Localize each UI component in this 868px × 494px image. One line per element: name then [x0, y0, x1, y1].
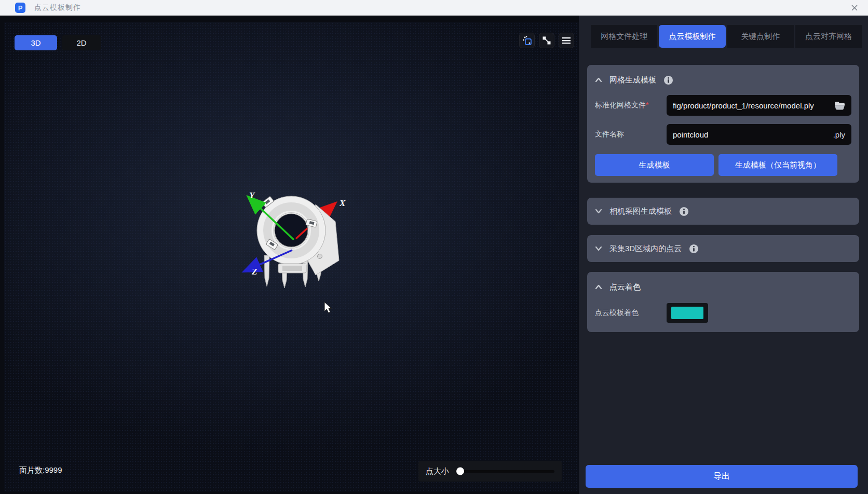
file-name-label: 文件名称	[595, 130, 667, 139]
chevron-down-icon	[595, 209, 602, 214]
coloring-section: 点云着色 点云模板着色	[587, 272, 859, 332]
window-title: 点云模板制作	[34, 3, 81, 12]
normalized-mesh-file-input[interactable]: fig/product/product_1/resource/model.ply	[667, 95, 851, 116]
app-body: 3D 2D	[0, 16, 868, 494]
x-axis-label: X	[339, 198, 346, 208]
coloring-header[interactable]: 点云着色	[595, 278, 851, 296]
y-axis-label: Y	[249, 190, 255, 200]
template-color-label: 点云模板着色	[595, 308, 667, 318]
required-mark: *	[646, 101, 648, 109]
mode-3d-button[interactable]: 3D	[15, 35, 57, 50]
menu-button[interactable]	[559, 33, 574, 48]
section-title: 采集3D区域内的点云	[609, 244, 682, 254]
tab-pointcloud-align-mesh[interactable]: 点云对齐网格	[795, 25, 862, 48]
export-button[interactable]: 导出	[586, 465, 858, 488]
info-icon[interactable]	[689, 244, 699, 254]
z-axis-label: Z	[251, 267, 257, 277]
tab-pointcloud-template[interactable]: 点云模板制作	[659, 25, 725, 48]
folder-icon	[834, 101, 845, 110]
generate-template-current-view-button[interactable]: 生成模板（仅当前视角）	[718, 154, 837, 176]
tab-keypoint-creation[interactable]: 关键点制作	[727, 25, 794, 48]
point-size-slider-thumb[interactable]	[456, 468, 464, 475]
section-title: 相机采图生成模板	[609, 207, 672, 216]
mode-2d-button[interactable]: 2D	[62, 35, 101, 50]
viewport-3d-canvas[interactable]: 3D 2D	[4, 22, 579, 492]
tab-mesh-file-processing[interactable]: 网格文件处理	[591, 25, 657, 48]
template-color-swatch	[671, 307, 703, 319]
scene-render: Y X Z	[4, 22, 579, 492]
file-extension-suffix: .ply	[833, 130, 845, 139]
mesh-generate-header[interactable]: 网格生成模板	[595, 71, 851, 89]
chevron-up-icon	[595, 77, 602, 83]
viewport-toolbar	[519, 33, 574, 48]
mesh-generate-section: 网格生成模板 标准化网格文件* fig/product/product_1/r	[587, 65, 859, 183]
title-bar: P 点云模板制作	[0, 0, 868, 16]
view-mode-toggle: 3D 2D	[15, 35, 101, 50]
info-icon[interactable]	[663, 75, 673, 85]
close-icon	[851, 4, 858, 11]
chevron-down-icon	[595, 246, 602, 251]
info-icon[interactable]	[679, 207, 689, 216]
section-title: 网格生成模板	[609, 75, 656, 85]
facet-count-label: 面片数:9999	[19, 465, 62, 475]
point-size-panel: 点大小	[418, 461, 562, 482]
generate-template-button[interactable]: 生成模板	[595, 154, 714, 176]
workflow-tab-bar: 网格文件处理 点云模板制作 关键点制作 点云对齐网格	[591, 25, 862, 48]
app-logo-icon: P	[15, 3, 25, 13]
template-color-picker[interactable]	[667, 303, 708, 323]
point-cloud-select-icon	[521, 35, 533, 46]
point-size-label: 点大小	[426, 466, 449, 476]
point-size-slider[interactable]	[455, 470, 554, 473]
file-name-value: pointcloud	[673, 130, 833, 139]
app-window: P 点云模板制作 3D 2D	[0, 0, 868, 494]
browse-file-button[interactable]	[834, 101, 845, 110]
polyline-icon	[541, 35, 552, 46]
close-button[interactable]	[847, 1, 862, 15]
section-title: 点云着色	[609, 282, 641, 292]
collect-region-section-header[interactable]: 采集3D区域内的点云	[587, 235, 859, 262]
mouse-cursor	[324, 302, 332, 313]
panel-content: 网格生成模板 标准化网格文件* fig/product/product_1/r	[587, 48, 859, 494]
file-name-input[interactable]: pointcloud .ply	[667, 124, 851, 145]
point-cloud-select-button[interactable]	[519, 33, 535, 48]
menu-icon	[561, 35, 572, 46]
polyline-measure-button[interactable]	[539, 33, 554, 48]
chevron-up-icon	[595, 284, 602, 290]
camera-capture-section-header[interactable]: 相机采图生成模板	[587, 198, 859, 225]
normalized-mesh-file-label: 标准化网格文件*	[595, 101, 667, 110]
right-panel: 网格文件处理 点云模板制作 关键点制作 点云对齐网格 网格生成模板	[579, 16, 868, 494]
mesh-file-path-value: fig/product/product_1/resource/model.ply	[673, 101, 830, 110]
